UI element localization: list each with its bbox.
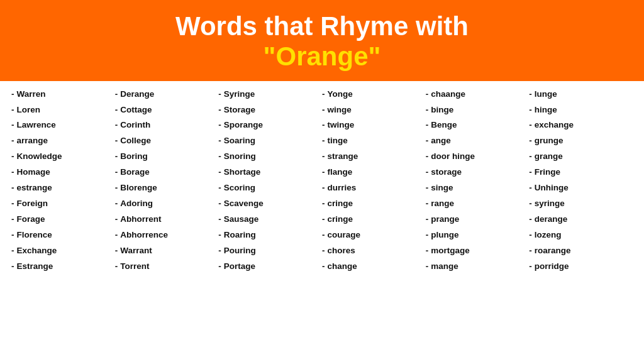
- dash-icon: -: [218, 87, 221, 102]
- list-item: -Soaring: [218, 134, 322, 148]
- list-item: -College: [115, 134, 219, 148]
- list-item: -mange: [426, 260, 530, 274]
- list-item: -Homage: [11, 165, 115, 180]
- list-item: -prange: [426, 212, 530, 227]
- word-text: storage: [431, 165, 462, 180]
- list-item: -Unhinge: [529, 181, 633, 195]
- dash-icon: -: [218, 150, 221, 164]
- list-item: -roarange: [529, 244, 633, 258]
- dash-icon: -: [11, 260, 14, 274]
- list-item: -Snoring: [218, 150, 322, 164]
- word-text: Boring: [120, 150, 148, 164]
- dash-icon: -: [426, 150, 429, 164]
- list-item: -storage: [426, 165, 530, 180]
- word-text: Fringe: [535, 165, 560, 180]
- word-text: porridge: [535, 260, 569, 274]
- dash-icon: -: [529, 212, 532, 227]
- word-text: Cottage: [120, 103, 152, 118]
- word-text: mange: [431, 260, 458, 274]
- list-item: -binge: [426, 103, 530, 118]
- word-text: courage: [328, 228, 361, 243]
- dash-icon: -: [11, 165, 14, 180]
- dash-icon: -: [11, 181, 14, 195]
- list-item: -Forage: [11, 212, 115, 227]
- word-text: Borage: [120, 165, 150, 180]
- list-item: -cringe: [322, 197, 426, 211]
- list-item: -Cottage: [115, 103, 219, 118]
- list-item: -Foreign: [11, 197, 115, 211]
- dash-icon: -: [218, 212, 221, 227]
- dash-icon: -: [115, 212, 118, 227]
- word-text: Abhorrent: [120, 212, 161, 227]
- word-text: Storage: [224, 103, 255, 118]
- word-text: mortgage: [431, 244, 470, 258]
- dash-icon: -: [322, 181, 325, 195]
- word-text: flange: [328, 165, 353, 180]
- list-item: -Sporange: [218, 118, 322, 133]
- word-text: door hinge: [431, 150, 475, 164]
- word-text: durries: [328, 181, 357, 195]
- list-item: -plunge: [426, 228, 530, 243]
- words-grid: -Warren-Loren-Lawrence-arrange-Knowledge…: [0, 81, 644, 278]
- list-item: -Fringe: [529, 165, 633, 180]
- list-item: -Lawrence: [11, 118, 115, 133]
- word-text: grange: [535, 150, 563, 164]
- list-item: -Portage: [218, 260, 322, 274]
- list-item: -mortgage: [426, 244, 530, 258]
- word-text: Soaring: [224, 134, 255, 148]
- word-text: syringe: [535, 197, 565, 211]
- dash-icon: -: [115, 165, 118, 180]
- dash-icon: -: [426, 118, 429, 133]
- list-item: -estrange: [11, 181, 115, 195]
- dash-icon: -: [218, 197, 221, 211]
- list-item: -Abhorrent: [115, 212, 219, 227]
- dash-icon: -: [426, 165, 429, 180]
- list-item: -Yonge: [322, 87, 426, 102]
- word-text: cringe: [328, 197, 353, 211]
- header-title: Words that Rhyme with: [6, 11, 638, 41]
- dash-icon: -: [426, 103, 429, 118]
- dash-icon: -: [218, 134, 221, 148]
- word-text: winge: [328, 103, 352, 118]
- dash-icon: -: [218, 260, 221, 274]
- dash-icon: -: [529, 87, 532, 102]
- dash-icon: -: [115, 103, 118, 118]
- dash-icon: -: [322, 103, 325, 118]
- word-text: Scavenge: [224, 197, 264, 211]
- dash-icon: -: [218, 181, 221, 195]
- word-text: cringe: [328, 212, 353, 227]
- list-item: -Scoring: [218, 181, 322, 195]
- dash-icon: -: [11, 150, 14, 164]
- word-text: singe: [431, 181, 453, 195]
- list-item: -twinge: [322, 118, 426, 133]
- dash-icon: -: [11, 212, 14, 227]
- list-item: -grange: [529, 150, 633, 164]
- dash-icon: -: [218, 118, 221, 133]
- list-item: -Adoring: [115, 197, 219, 211]
- dash-icon: -: [218, 103, 221, 118]
- list-item: -Warrant: [115, 244, 219, 258]
- list-item: -flange: [322, 165, 426, 180]
- dash-icon: -: [218, 228, 221, 243]
- word-text: lozeng: [535, 228, 562, 243]
- dash-icon: -: [322, 212, 325, 227]
- dash-icon: -: [322, 150, 325, 164]
- word-text: Homage: [17, 165, 50, 180]
- dash-icon: -: [426, 212, 429, 227]
- dash-icon: -: [11, 244, 14, 258]
- column-5: -chaange-binge-Benge-ange-door hinge-sto…: [426, 87, 530, 274]
- word-text: Abhorrence: [120, 228, 168, 243]
- dash-icon: -: [529, 134, 532, 148]
- word-text: Lawrence: [17, 118, 56, 133]
- list-item: -lunge: [529, 87, 633, 102]
- word-text: change: [328, 260, 357, 274]
- dash-icon: -: [529, 197, 532, 211]
- list-item: -Exchange: [11, 244, 115, 258]
- column-6: -lunge-hinge-exchange-grunge-grange-Frin…: [529, 87, 633, 274]
- word-text: Blorenge: [120, 181, 157, 195]
- list-item: -arrange: [11, 134, 115, 148]
- dash-icon: -: [322, 118, 325, 133]
- word-text: roarange: [535, 244, 571, 258]
- dash-icon: -: [529, 181, 532, 195]
- word-text: Exchange: [17, 244, 57, 258]
